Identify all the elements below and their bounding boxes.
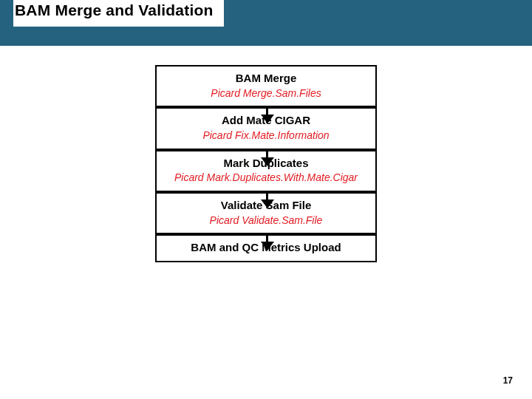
flow-step: BAM Merge Picard Merge.Sam.Files bbox=[155, 65, 377, 107]
page-number: 17 bbox=[503, 375, 513, 386]
step-tool: Picard Validate.Sam.File bbox=[163, 214, 369, 228]
title-bar: BAM Merge and Validation bbox=[0, 0, 532, 46]
flowchart: BAM Merge Picard Merge.Sam.Files Add Mat… bbox=[0, 65, 532, 262]
step-tool: Picard Fix.Mate.Information bbox=[163, 129, 369, 143]
slide-title: BAM Merge and Validation bbox=[13, 0, 224, 27]
step-tool: Picard Merge.Sam.Files bbox=[163, 87, 369, 100]
slide: BAM Merge and Validation BAM Merge Picar… bbox=[0, 0, 532, 399]
step-label: BAM Merge bbox=[163, 72, 369, 86]
step-tool: Picard Mark.Duplicates.With.Mate.Cigar bbox=[163, 171, 369, 185]
